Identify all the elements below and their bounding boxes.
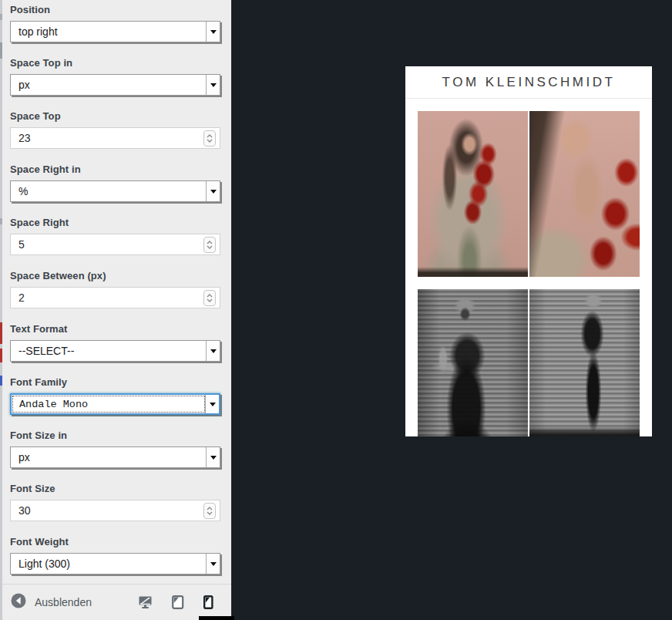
space-top-unit-select[interactable]: px — [10, 74, 220, 96]
customizer-sidebar: Position top right Space Top in px Space… — [0, 0, 232, 620]
device-mobile-button[interactable] — [203, 595, 213, 609]
control-group-space-between: Space Between (px) 2 — [10, 269, 220, 308]
space-top-unit-label: Space Top in — [10, 56, 220, 70]
mobile-preview-panel: TOM KLEINSCHMIDT — [405, 66, 652, 436]
text-format-select[interactable]: --SELECT-- — [10, 340, 220, 362]
font-size-unit-select[interactable]: px — [10, 446, 220, 468]
customizer-footer: Ausblenden — [0, 584, 231, 620]
site-title[interactable]: TOM KLEINSCHMIDT — [442, 75, 616, 90]
space-right-unit-select[interactable]: % — [10, 180, 220, 202]
desktop-icon — [139, 596, 153, 609]
font-size-unit-label: Font Size in — [10, 429, 220, 443]
gallery-photo-1[interactable] — [418, 111, 528, 277]
dropdown-arrow-icon — [206, 22, 220, 42]
text-format-label: Text Format — [10, 322, 220, 336]
space-right-label: Space Right — [10, 216, 220, 230]
dropdown-arrow-icon — [206, 75, 220, 95]
tablet-icon — [172, 595, 184, 609]
number-stepper-icon[interactable] — [203, 237, 216, 253]
dropdown-arrow-icon — [206, 181, 220, 201]
font-size-label: Font Size — [10, 482, 220, 496]
control-group-font-size-unit: Font Size in px — [10, 429, 220, 468]
collapse-label: Ausblenden — [35, 596, 92, 608]
space-between-label: Space Between (px) — [10, 269, 220, 283]
number-stepper-icon[interactable] — [203, 130, 216, 147]
space-between-input[interactable]: 2 — [10, 287, 220, 308]
control-group-position: Position top right — [10, 3, 220, 42]
control-group-font-family: Font Family Andale Mono — [10, 376, 220, 415]
control-group-space-right-unit: Space Right in % — [10, 163, 220, 202]
font-family-label: Font Family — [10, 376, 220, 389]
number-stepper-icon[interactable] — [203, 290, 216, 306]
font-weight-select[interactable]: Light (300) — [10, 553, 220, 575]
control-group-space-top-unit: Space Top in px — [10, 56, 220, 96]
control-group-space-top: Space Top 23 — [10, 110, 220, 149]
device-tablet-button[interactable] — [172, 595, 184, 609]
dropdown-arrow-icon — [205, 395, 219, 413]
photo-gallery — [405, 99, 652, 436]
photo-row — [418, 111, 640, 277]
space-top-label: Space Top — [10, 110, 220, 123]
control-list: Position top right Space Top in px Space… — [10, 3, 220, 588]
control-group-text-format: Text Format --SELECT-- — [10, 322, 220, 362]
dropdown-arrow-icon — [206, 447, 220, 467]
dropdown-arrow-icon — [206, 554, 220, 574]
font-size-input[interactable]: 30 — [10, 500, 220, 521]
device-preview-switcher — [139, 595, 220, 609]
number-stepper-icon[interactable] — [203, 503, 216, 519]
photo-row — [418, 289, 640, 436]
space-right-unit-label: Space Right in — [10, 163, 220, 177]
gallery-photo-2[interactable] — [529, 111, 640, 277]
space-right-input[interactable]: 5 — [10, 234, 220, 255]
font-family-select[interactable]: Andale Mono — [10, 393, 220, 415]
device-desktop-button[interactable] — [139, 596, 153, 609]
site-header: TOM KLEINSCHMIDT — [405, 66, 652, 99]
position-label: Position — [10, 3, 220, 17]
space-top-input[interactable]: 23 — [10, 127, 220, 149]
control-group-space-right: Space Right 5 — [10, 216, 220, 255]
screen-edge-artifact — [0, 0, 2, 620]
collapse-sidebar-button[interactable]: Ausblenden — [11, 593, 92, 612]
control-group-font-size: Font Size 30 — [10, 482, 220, 521]
gallery-photo-4[interactable] — [529, 289, 640, 436]
collapse-arrow-icon — [11, 593, 26, 612]
control-group-font-weight: Font Weight Light (300) — [10, 535, 220, 575]
font-weight-label: Font Weight — [10, 535, 220, 549]
gallery-photo-3[interactable] — [418, 289, 528, 436]
position-select[interactable]: top right — [10, 21, 220, 42]
dropdown-arrow-icon — [206, 341, 220, 361]
bottom-black-bar — [199, 616, 234, 620]
mobile-icon — [203, 595, 213, 609]
